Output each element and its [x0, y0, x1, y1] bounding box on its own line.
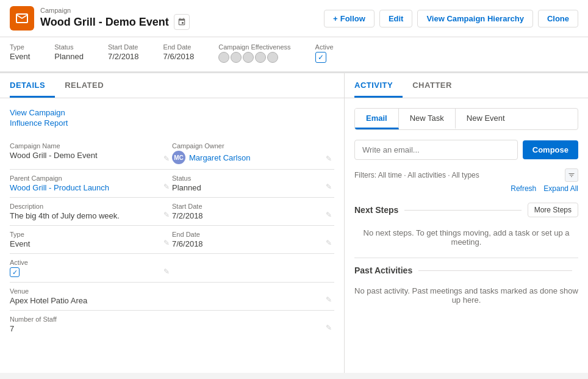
venue-label: Venue: [10, 287, 320, 295]
new-task-tab[interactable]: New Task: [399, 109, 456, 129]
num-staff-edit-icon[interactable]: ✎: [326, 323, 332, 332]
parent-campaign-label: Parent Campaign: [10, 175, 157, 182]
header-title: Wood Grill - Demo Event: [40, 14, 190, 30]
field-parent-campaign: Parent Campaign Wood Grill - Product Lau…: [10, 170, 172, 198]
start-date-label: Start Date: [172, 203, 329, 210]
expand-all-link[interactable]: Expand All: [543, 184, 578, 193]
star-4: [255, 52, 266, 63]
status-edit-icon[interactable]: ✎: [326, 182, 332, 191]
meta-end-date-label: End Date: [163, 43, 195, 51]
star-5: [267, 52, 278, 63]
description-edit-icon[interactable]: ✎: [163, 211, 170, 219]
owner-block: MC Margaret Carlson: [172, 151, 329, 164]
field-venue: Venue Apex Hotel Patio Area ✎: [10, 283, 334, 311]
star-1: [218, 52, 229, 63]
past-activities-line: [418, 270, 572, 271]
meta-start-date: Start Date 7/2/2018: [108, 43, 139, 63]
link-group: View Campaign Influence Report: [10, 108, 334, 128]
tab-related[interactable]: RELATED: [65, 73, 113, 98]
edit-button[interactable]: Edit: [379, 10, 413, 27]
new-event-tab[interactable]: New Event: [456, 109, 516, 129]
right-panel: ACTIVITY CHATTER Email New Task New Even…: [345, 73, 588, 373]
meta-status-value: Planned: [54, 52, 84, 61]
filter-funnel-button[interactable]: [565, 168, 578, 182]
next-steps-empty: No next steps. To get things moving, add…: [354, 222, 578, 258]
campaign-owner-link[interactable]: Margaret Carlson: [189, 153, 250, 162]
next-steps-header: Next Steps More Steps: [354, 203, 578, 217]
more-steps-button[interactable]: More Steps: [528, 203, 578, 217]
field-start-date: Start Date 7/2/2018 ✎: [172, 198, 334, 226]
past-activities-divider: [354, 258, 578, 258]
header-left: Campaign Wood Grill - Demo Event: [10, 6, 190, 31]
type-label: Type: [10, 231, 157, 238]
start-date-edit-icon[interactable]: ✎: [326, 211, 332, 219]
status-label: Status: [172, 175, 329, 182]
tab-activity[interactable]: ACTIVITY: [354, 73, 403, 98]
active-checkbox[interactable]: ✓: [315, 52, 326, 63]
end-date-value: 7/6/2018: [172, 239, 329, 248]
venue-edit-icon[interactable]: ✎: [326, 295, 332, 304]
field-num-staff: Number of Staff 7 ✎: [10, 311, 334, 338]
compose-button[interactable]: Compose: [523, 140, 578, 159]
tab-chatter[interactable]: CHATTER: [412, 73, 462, 98]
clone-button[interactable]: Clone: [538, 10, 578, 27]
meta-effectiveness-label: Campaign Effectiveness: [218, 43, 290, 51]
field-campaign-owner: Campaign Owner MC Margaret Carlson ✎: [172, 137, 334, 170]
view-hierarchy-button[interactable]: View Campaign Hierarchy: [417, 10, 532, 27]
field-status: Status Planned ✎: [172, 170, 334, 198]
owner-avatar: MC: [172, 151, 185, 164]
active-edit-icon[interactable]: ✎: [163, 267, 170, 276]
meta-type-value: Event: [10, 52, 30, 61]
campaign-owner-edit-icon[interactable]: ✎: [326, 154, 332, 163]
type-value: Event: [10, 239, 157, 248]
type-edit-icon[interactable]: ✎: [163, 239, 170, 247]
field-description: Description The big 4th of July demo wee…: [10, 198, 172, 226]
meta-status: Status Planned: [54, 43, 84, 63]
filters-text: Filters: All time · All activities · All…: [354, 171, 479, 179]
field-type: Type Event ✎: [10, 226, 172, 254]
meta-type-label: Type: [10, 43, 30, 51]
activity-panel-body: Email New Task New Event Compose Filters…: [345, 98, 588, 325]
next-steps-divider: [404, 210, 521, 211]
follow-button[interactable]: + Follow: [324, 10, 375, 27]
field-empty-active-right: [172, 254, 334, 283]
description-label: Description: [10, 203, 157, 210]
field-active: Active ✓ ✎: [10, 254, 172, 283]
venue-value: Apex Hotel Patio Area: [10, 296, 320, 305]
page-title: Wood Grill - Demo Event: [40, 16, 169, 29]
parent-campaign-link[interactable]: Wood Grill - Product Launch: [10, 183, 109, 192]
start-date-value: 7/2/2018: [172, 211, 329, 220]
campaign-icon: [10, 6, 34, 31]
view-campaign-link[interactable]: View Campaign: [10, 108, 334, 117]
filters-row: Filters: All time · All activities · All…: [354, 168, 578, 182]
details-panel-body: View Campaign Influence Report Campaign …: [0, 98, 344, 348]
tab-details[interactable]: DETAILS: [10, 73, 55, 98]
end-date-edit-icon[interactable]: ✎: [326, 239, 332, 247]
num-staff-value: 7: [10, 324, 329, 333]
meta-active-label: Active: [315, 43, 334, 51]
activity-tab-bar: ACTIVITY CHATTER: [345, 73, 588, 98]
influence-report-link[interactable]: Influence Report: [10, 118, 334, 128]
parent-campaign-edit-icon[interactable]: ✎: [163, 182, 170, 191]
left-panel: DETAILS RELATED View Campaign Influence …: [0, 73, 345, 373]
email-tab[interactable]: Email: [355, 109, 399, 129]
meta-type: Type Event: [10, 43, 30, 63]
past-activities-empty: No past activity. Past meetings and task…: [354, 280, 578, 316]
campaign-name-edit-icon[interactable]: ✎: [163, 154, 170, 163]
status-value: Planned: [172, 183, 329, 192]
meta-start-date-label: Start Date: [108, 43, 139, 51]
active-check-small[interactable]: ✓: [10, 267, 20, 277]
refresh-expand-row: Refresh Expand All: [354, 184, 578, 193]
campaign-owner-label: Campaign Owner: [172, 142, 329, 150]
description-value: The big 4th of July demo week.: [10, 211, 157, 220]
field-campaign-name: Campaign Name Wood Grill - Demo Event ✎: [10, 137, 172, 170]
hierarchy-icon-btn[interactable]: [174, 14, 190, 30]
main-content: DETAILS RELATED View Campaign Influence …: [0, 73, 588, 373]
header-actions: + Follow Edit View Campaign Hierarchy Cl…: [324, 10, 578, 27]
active-label: Active: [10, 259, 157, 266]
left-tab-bar: DETAILS RELATED: [0, 73, 344, 98]
meta-end-date-value: 7/6/2018: [163, 52, 195, 61]
field-end-date: End Date 7/6/2018 ✎: [172, 226, 334, 254]
refresh-link[interactable]: Refresh: [511, 184, 536, 193]
email-input[interactable]: [354, 140, 518, 160]
